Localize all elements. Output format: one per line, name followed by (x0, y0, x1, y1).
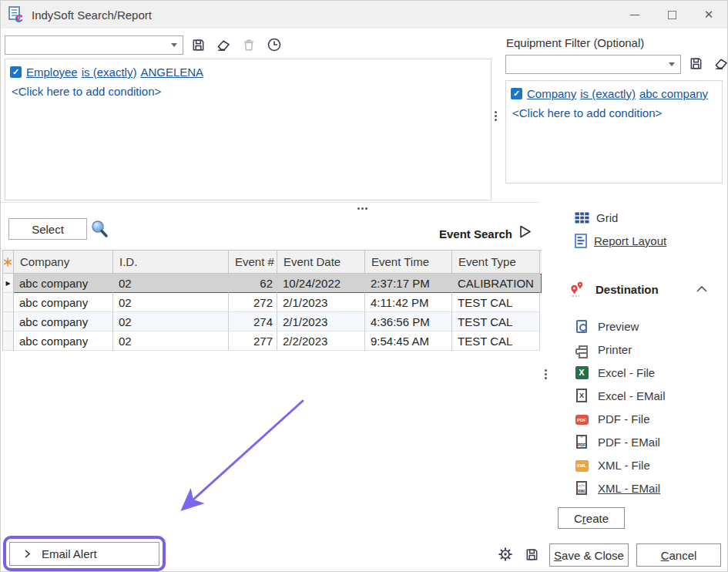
equipment-filter-label: Equipment Filter (Optional) (506, 36, 644, 49)
chevron-up-icon[interactable] (696, 285, 708, 293)
history-clock-icon (267, 37, 282, 52)
xml-email-icon (576, 481, 587, 495)
condition-value-link[interactable]: abc company (639, 87, 708, 100)
equipment-filter-preset-combo[interactable] (505, 55, 681, 74)
table-cell: 272 (229, 293, 277, 312)
add-condition-link[interactable]: <Click here to add condition> (511, 103, 717, 123)
save-equipment-filter-button[interactable] (688, 56, 703, 71)
condition-field-link[interactable]: Employee (26, 66, 78, 79)
chevron-down-icon[interactable] (663, 62, 680, 66)
output-report-layout-item[interactable]: Report Layout (575, 234, 666, 248)
table-cell: abc company (14, 331, 113, 351)
table-cell: abc company (14, 274, 113, 293)
column-header[interactable]: Event Date (277, 251, 365, 274)
excel-email-icon (576, 389, 587, 402)
table-cell: 62 (229, 274, 277, 293)
table-cell: CALIBRATION (452, 274, 540, 293)
row-selector-cell: ▶ (3, 274, 14, 293)
condition-operator-link[interactable]: is (exactly) (580, 87, 636, 100)
row-selector-cell (3, 293, 14, 312)
condition-value-link[interactable]: ANGELENA (140, 66, 203, 79)
column-header[interactable]: Event Type (452, 251, 540, 274)
minimize-icon (630, 15, 639, 15)
minimize-button[interactable] (616, 1, 653, 29)
xml-file-icon (575, 460, 589, 472)
table-row[interactable]: abc company022722/1/20234:11:42 PMTEST C… (3, 293, 542, 312)
destination-section-header[interactable]: Destination (569, 281, 708, 298)
destination-item-printer[interactable]: Printer (574, 338, 666, 361)
condition-checkbox[interactable]: ✓ (511, 88, 522, 99)
settings-button[interactable] (498, 547, 513, 562)
condition-checkbox[interactable]: ✓ (10, 66, 22, 78)
table-cell: 02 (113, 312, 229, 331)
clear-equipment-filter-button[interactable] (713, 56, 728, 71)
column-header[interactable]: Company (14, 251, 113, 274)
table-cell: 2/1/2023 (277, 293, 365, 312)
table-body: ▶abc company026210/24/20222:37:17 PMCALI… (3, 274, 542, 351)
maximize-icon (668, 11, 676, 19)
titlebar: C C IndySoft Search/Report ✕ (1, 1, 727, 29)
output-grid-item[interactable]: Grid (575, 211, 618, 224)
create-button[interactable]: Create (558, 507, 625, 529)
results-table: CompanyI.D.Event #Event DateEvent TimeEv… (2, 250, 542, 351)
destination-item-xml-email[interactable]: XML - EMail (574, 476, 666, 500)
maximize-button[interactable] (653, 1, 690, 29)
close-button[interactable]: ✕ (690, 1, 727, 29)
table-cell: abc company (14, 293, 113, 312)
results-splitter-handle[interactable] (545, 369, 547, 379)
destination-item-label: XML - EMail (598, 482, 660, 495)
select-button[interactable]: Select (8, 218, 87, 240)
column-header[interactable]: Event Time (365, 251, 452, 274)
column-header[interactable]: Event # (229, 251, 277, 274)
preview-icon (576, 320, 587, 333)
cancel-button[interactable]: Cancel (636, 543, 721, 567)
printer-icon (575, 348, 588, 355)
destination-list: PreviewPrinterExcel - FileExcel - EMailP… (574, 315, 666, 500)
table-cell: TEST CAL (452, 293, 540, 312)
close-icon: ✕ (704, 8, 714, 22)
eraser-icon (216, 38, 231, 52)
grid-label: Grid (596, 211, 618, 224)
table-cell: 2/1/2023 (277, 312, 365, 331)
condition-operator-link[interactable]: is (exactly) (82, 66, 137, 79)
trash-icon (242, 38, 256, 52)
table-row[interactable]: ▶abc company026210/24/20222:37:17 PMCALI… (3, 274, 542, 293)
report-filter-preset-combo[interactable] (5, 35, 183, 55)
delete-filter-button[interactable] (241, 37, 257, 52)
table-row[interactable]: abc company022772/2/20239:54:45 AMTEST C… (3, 331, 542, 351)
save-settings-button[interactable] (524, 547, 539, 562)
save-filter-button[interactable] (190, 37, 206, 52)
table-cell: 02 (113, 331, 229, 351)
table-row[interactable]: abc company022742/1/20234:36:56 PMTEST C… (3, 312, 542, 331)
destination-item-excel-email[interactable]: Excel - EMail (574, 384, 666, 407)
destination-item-label: PDF - EMail (598, 436, 660, 449)
destination-item-label: Printer (598, 343, 632, 356)
excel-file-icon (575, 366, 589, 379)
add-condition-link[interactable]: <Click here to add condition> (10, 82, 486, 101)
play-icon[interactable] (518, 224, 532, 242)
destination-item-preview[interactable]: Preview (574, 315, 666, 338)
destination-item-pdf-file[interactable]: PDF - File (574, 407, 666, 430)
destination-item-xml-file[interactable]: XML - File (574, 453, 666, 476)
magnifier-icon[interactable] (89, 219, 109, 242)
table-cell: TEST CAL (452, 312, 540, 331)
horizontal-splitter-handle[interactable] (357, 207, 367, 210)
save-and-close-button[interactable]: Save & Close (549, 543, 629, 567)
chevron-down-icon[interactable] (166, 43, 183, 47)
equipment-filter-conditions-panel: ✓ Companyis (exactly)abc company <Click … (505, 80, 723, 183)
column-header[interactable]: I.D. (113, 251, 229, 274)
row-selector-cell (3, 331, 14, 351)
table-cell: 10/24/2022 (277, 274, 365, 293)
destination-item-pdf-email[interactable]: PDF - EMail (574, 430, 666, 453)
table-cell: 02 (113, 293, 229, 312)
destination-item-excel-file[interactable]: Excel - File (574, 361, 666, 384)
table-cell: TEST CAL (452, 331, 540, 351)
filter-history-button[interactable] (267, 37, 282, 52)
panel-splitter-handle[interactable] (495, 111, 497, 121)
condition-field-link[interactable]: Company (527, 87, 576, 100)
svg-text:C: C (16, 12, 24, 24)
clear-filter-button[interactable] (216, 37, 231, 52)
save-icon (525, 547, 539, 562)
map-pins-icon (569, 281, 589, 298)
destination-item-label: Excel - EMail (598, 389, 666, 402)
